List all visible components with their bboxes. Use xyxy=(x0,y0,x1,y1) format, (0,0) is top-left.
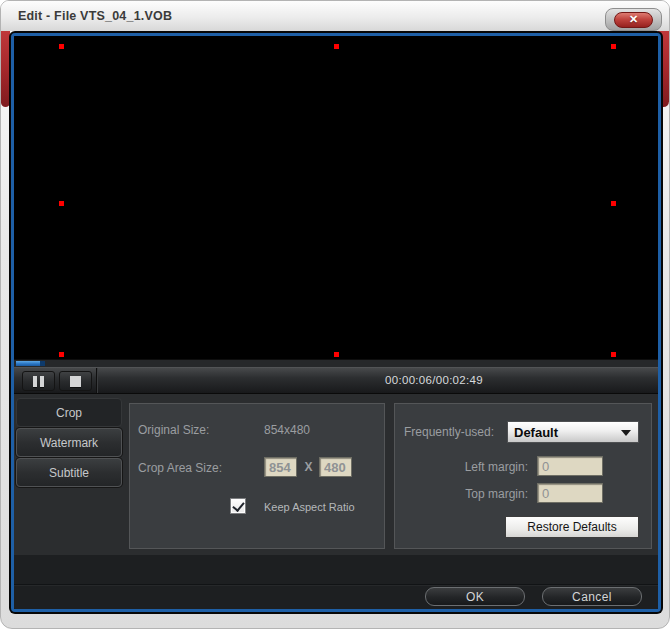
dialog-body: 00:00:06/00:02:49 Crop Watermark Subtitl… xyxy=(9,31,663,614)
frequently-used-label: Frequently-used: xyxy=(404,425,494,439)
video-preview xyxy=(14,36,658,359)
margins-panel: Frequently-used: Default Left margin: To… xyxy=(394,403,652,549)
ok-button-label: OK xyxy=(466,590,484,604)
close-button[interactable]: ✕ xyxy=(614,12,653,28)
tab-watermark-label: Watermark xyxy=(40,436,98,450)
crop-panel: Original Size: 854x480 Crop Area Size: X… xyxy=(129,403,385,549)
stop-button[interactable] xyxy=(59,371,92,391)
close-icon: ✕ xyxy=(629,14,638,25)
tab-subtitle[interactable]: Subtitle xyxy=(16,458,122,487)
tab-crop[interactable]: Crop xyxy=(16,398,122,427)
window-title: Edit - File VTS_04_1.VOB xyxy=(18,9,172,23)
stop-icon xyxy=(70,376,81,387)
seek-thumb[interactable] xyxy=(40,361,45,366)
pause-button[interactable] xyxy=(22,371,55,391)
close-button-well: ✕ xyxy=(605,8,662,31)
crop-handle-top-center[interactable] xyxy=(334,44,339,49)
crop-handle-bottom-center[interactable] xyxy=(334,352,339,357)
left-margin-label: Left margin: xyxy=(395,460,528,474)
crop-height-input[interactable] xyxy=(319,457,352,477)
footer-bar: OK Cancel xyxy=(14,555,658,609)
dialog-content: 00:00:06/00:02:49 Crop Watermark Subtitl… xyxy=(11,33,661,612)
crop-width-input[interactable] xyxy=(264,457,297,477)
crop-handle-top-left[interactable] xyxy=(59,44,64,49)
transport-bar: 00:00:06/00:02:49 xyxy=(14,367,658,393)
crop-handle-bottom-right[interactable] xyxy=(611,352,616,357)
crop-handle-top-right[interactable] xyxy=(611,44,616,49)
top-margin-label: Top margin: xyxy=(395,487,528,501)
seek-bar[interactable] xyxy=(14,359,658,367)
cancel-button-label: Cancel xyxy=(572,590,612,604)
tab-watermark[interactable]: Watermark xyxy=(16,428,122,457)
restore-defaults-button[interactable]: Restore Defaults xyxy=(505,516,639,538)
settings-area: Crop Watermark Subtitle Original Size: 8… xyxy=(14,393,658,555)
toolbar-divider xyxy=(96,368,97,394)
seek-progress xyxy=(16,361,40,366)
edit-dialog-window: Edit - File VTS_04_1.VOB ✕ xyxy=(0,0,670,629)
side-tabs: Crop Watermark Subtitle xyxy=(16,398,122,488)
restore-defaults-label: Restore Defaults xyxy=(527,520,616,534)
crop-handle-mid-right[interactable] xyxy=(611,201,616,206)
crop-area-size-label: Crop Area Size: xyxy=(138,461,222,475)
original-size-label: Original Size: xyxy=(138,423,209,437)
footer-divider xyxy=(14,584,658,585)
keep-aspect-checkbox[interactable] xyxy=(230,498,246,514)
dropdown-arrow-icon xyxy=(621,430,631,436)
crop-handle-mid-left[interactable] xyxy=(59,201,64,206)
crop-size-separator: X xyxy=(301,460,316,474)
ok-button[interactable]: OK xyxy=(425,587,525,606)
top-margin-input[interactable] xyxy=(537,483,603,503)
original-size-value: 854x480 xyxy=(264,423,310,437)
frequently-used-dropdown[interactable]: Default xyxy=(507,421,639,443)
frequently-used-value: Default xyxy=(508,425,558,440)
crop-handle-bottom-left[interactable] xyxy=(59,352,64,357)
titlebar[interactable]: Edit - File VTS_04_1.VOB ✕ xyxy=(1,1,669,31)
time-display: 00:00:06/00:02:49 xyxy=(334,374,534,386)
pause-icon xyxy=(33,376,44,387)
tab-crop-label: Crop xyxy=(56,406,82,420)
keep-aspect-label: Keep Aspect Ratio xyxy=(264,501,355,513)
left-margin-input[interactable] xyxy=(537,456,603,476)
tab-subtitle-label: Subtitle xyxy=(49,466,89,480)
cancel-button[interactable]: Cancel xyxy=(542,587,642,606)
